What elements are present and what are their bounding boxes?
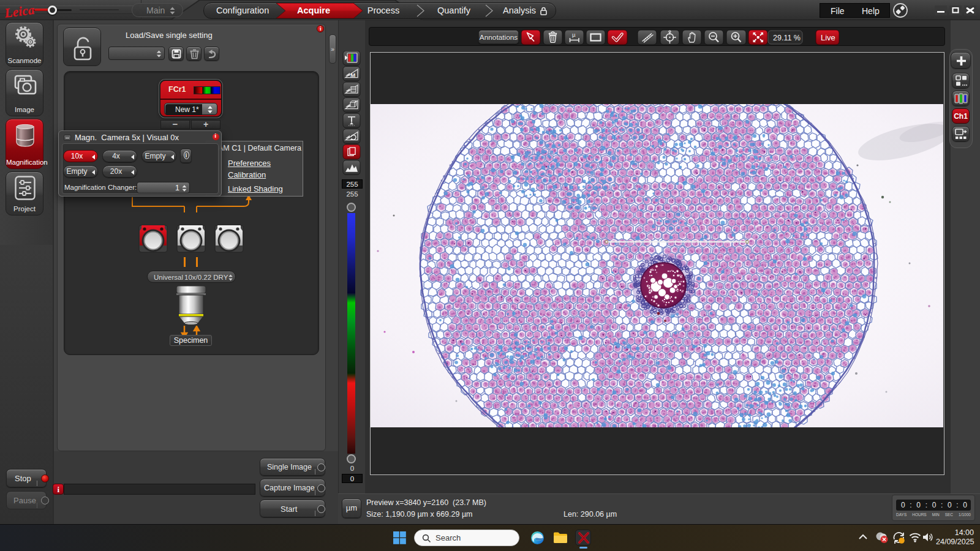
svg-text:M: M xyxy=(350,72,355,78)
svg-text:Live: Live xyxy=(821,33,835,42)
svg-text:29.11 %: 29.11 % xyxy=(773,34,801,42)
svg-text:µ: µ xyxy=(572,31,576,38)
